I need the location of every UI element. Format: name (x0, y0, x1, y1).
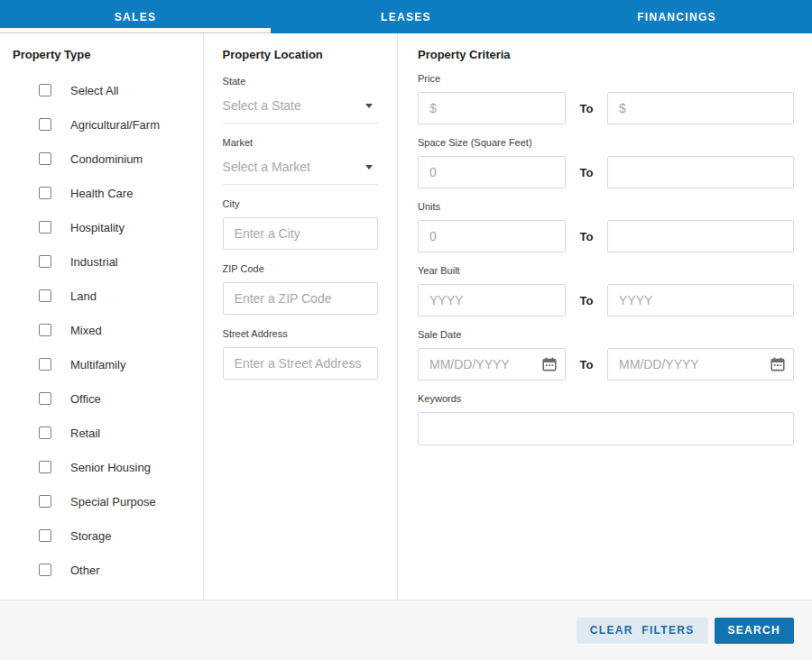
checkbox-label[interactable]: Hospitality (70, 221, 125, 234)
property-criteria-column: Property Criteria Price To Space Size (S… (398, 33, 812, 600)
checkbox-label[interactable]: Special Purpose (70, 495, 156, 509)
space-size-max-input[interactable] (607, 156, 794, 188)
property-type-option-condominium[interactable]: Condominium (13, 142, 203, 176)
checkbox-label[interactable]: Senior Housing (70, 461, 151, 474)
keywords-input[interactable] (418, 412, 794, 445)
year-built-min-input[interactable] (418, 284, 566, 316)
filters-body: Property Type Select All Agricultural/Fa… (0, 33, 812, 600)
tab-leases[interactable]: LEASES (271, 0, 541, 33)
year-built-label: Year Built (418, 265, 794, 277)
market-select[interactable]: Select a Market (223, 160, 378, 185)
property-type-option-retail[interactable]: Retail (13, 416, 203, 450)
state-label: State (223, 76, 378, 87)
property-criteria-heading: Property Criteria (418, 48, 794, 62)
sale-date-min-field (418, 348, 566, 380)
checkbox-label[interactable]: Office (70, 392, 101, 406)
to-label: To (566, 166, 607, 179)
property-type-option-agricultural-farm[interactable]: Agricultural/Farm (13, 107, 203, 142)
chevron-down-icon (365, 165, 373, 170)
to-label: To (566, 230, 607, 243)
units-label: Units (418, 201, 794, 213)
sale-date-label: Sale Date (418, 329, 794, 341)
checkbox-label[interactable]: Health Care (70, 187, 133, 200)
property-type-option-select-all[interactable]: Select All (13, 73, 203, 107)
checkbox-label[interactable]: Agricultural/Farm (70, 118, 160, 132)
checkbox[interactable] (39, 324, 51, 336)
checkbox[interactable] (39, 358, 51, 371)
zip-code-input[interactable] (223, 282, 378, 315)
chevron-down-icon (365, 104, 373, 108)
property-type-option-industrial[interactable]: Industrial (13, 244, 203, 279)
checkbox[interactable] (39, 84, 51, 96)
space-size-min-input[interactable] (418, 156, 566, 188)
property-type-option-senior-housing[interactable]: Senior Housing (13, 450, 203, 484)
checkbox-label[interactable]: Industrial (70, 255, 118, 269)
city-label: City (223, 198, 378, 210)
price-max-input[interactable] (607, 92, 794, 124)
property-type-option-storage[interactable]: Storage (13, 518, 203, 553)
state-select[interactable]: Select a State (223, 98, 378, 124)
market-label: Market (223, 137, 378, 149)
sale-date-max-input[interactable] (607, 348, 794, 380)
calendar-icon[interactable] (542, 357, 557, 371)
checkbox[interactable] (39, 426, 51, 439)
year-built-range-row: To (418, 284, 794, 316)
checkbox[interactable] (39, 289, 51, 302)
tab-financings[interactable]: FINANCINGS (541, 0, 812, 33)
keywords-label: Keywords (418, 393, 794, 405)
checkbox[interactable] (39, 495, 51, 508)
checkbox[interactable] (39, 152, 51, 165)
units-min-input[interactable] (418, 220, 566, 252)
property-type-option-special-purpose[interactable]: Special Purpose (13, 484, 203, 518)
property-type-option-multifamily[interactable]: Multifamily (13, 347, 203, 381)
year-built-max-input[interactable] (607, 284, 794, 316)
checkbox-label[interactable]: Select All (70, 84, 118, 97)
property-search-panel: SALES LEASES FINANCINGS Property Type Se… (0, 0, 812, 660)
tab-bar: SALES LEASES FINANCINGS (0, 0, 812, 33)
zip-code-label: ZIP Code (223, 263, 378, 275)
property-type-heading: Property Type (13, 48, 203, 62)
to-label: To (566, 358, 607, 371)
checkbox-label[interactable]: Retail (70, 426, 100, 440)
space-size-range-row: To (418, 156, 794, 188)
checkbox-label[interactable]: Multifamily (70, 358, 125, 371)
space-size-label: Space Size (Square Feet) (418, 137, 794, 149)
clear-filters-button[interactable]: CLEAR FILTERS (577, 618, 708, 644)
units-range-row: To (418, 220, 794, 252)
checkbox-label[interactable]: Storage (70, 529, 112, 543)
property-location-column: Property Location State Select a State M… (204, 33, 398, 600)
property-type-option-health-care[interactable]: Health Care (13, 176, 203, 210)
property-type-option-other[interactable]: Other (13, 553, 203, 587)
checkbox[interactable] (39, 187, 51, 199)
to-label: To (566, 102, 607, 115)
property-type-option-office[interactable]: Office (13, 381, 203, 416)
sale-date-max-field (607, 348, 794, 380)
property-type-list: Select All Agricultural/Farm Condominium… (13, 73, 203, 587)
property-type-option-land[interactable]: Land (13, 279, 203, 313)
street-address-input[interactable] (223, 347, 378, 380)
checkbox-label[interactable]: Other (70, 564, 100, 577)
sale-date-range-row: To (418, 348, 794, 380)
property-type-option-mixed[interactable]: Mixed (13, 313, 203, 347)
property-location-heading: Property Location (223, 48, 378, 62)
checkbox[interactable] (39, 255, 51, 268)
street-address-label: Street Address (223, 328, 378, 340)
checkbox[interactable] (39, 392, 51, 405)
checkbox-label[interactable]: Condominium (70, 152, 143, 166)
checkbox[interactable] (39, 461, 51, 473)
tab-sales[interactable]: SALES (0, 0, 271, 33)
units-max-input[interactable] (607, 220, 794, 252)
checkbox[interactable] (39, 118, 51, 131)
property-type-option-hospitality[interactable]: Hospitality (13, 210, 203, 244)
checkbox[interactable] (39, 221, 51, 234)
property-type-column: Property Type Select All Agricultural/Fa… (0, 33, 204, 600)
checkbox-label[interactable]: Land (70, 289, 97, 303)
search-button[interactable]: SEARCH (715, 618, 794, 644)
checkbox[interactable] (39, 529, 51, 542)
checkbox[interactable] (39, 564, 51, 576)
checkbox-label[interactable]: Mixed (70, 324, 102, 337)
price-min-input[interactable] (418, 92, 566, 124)
calendar-icon[interactable] (770, 357, 785, 371)
city-input[interactable] (223, 217, 378, 250)
price-range-row: To (418, 92, 794, 124)
